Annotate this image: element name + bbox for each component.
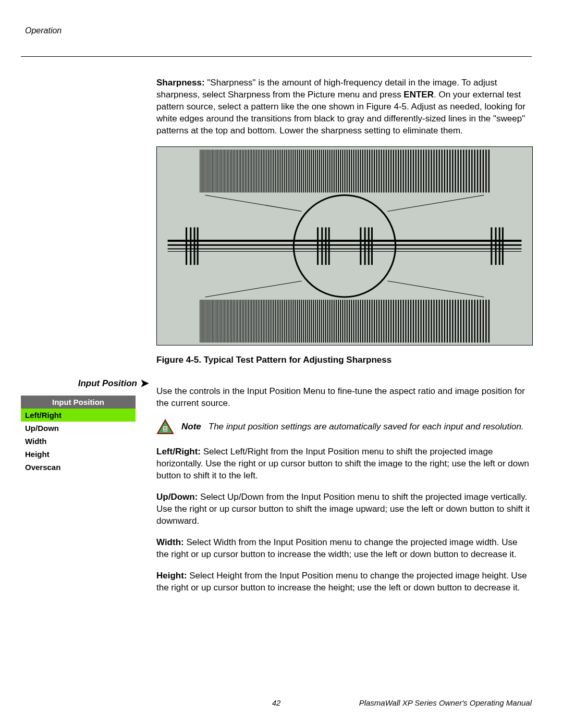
- svg-rect-57: [284, 150, 285, 192]
- svg-rect-172: [236, 300, 236, 342]
- svg-rect-1: [200, 150, 200, 192]
- svg-rect-268: [433, 300, 434, 342]
- svg-rect-246: [378, 300, 380, 342]
- svg-rect-92: [356, 150, 357, 192]
- svg-rect-202: [286, 300, 287, 342]
- input-position-intro: Use the controls in the Input Position M…: [156, 386, 532, 410]
- svg-rect-6: [206, 150, 206, 192]
- svg-rect-180: [248, 300, 249, 342]
- svg-rect-161: [220, 300, 221, 342]
- svg-rect-28: [236, 150, 236, 192]
- svg-rect-42: [258, 150, 259, 192]
- svg-rect-53: [277, 150, 278, 192]
- svg-rect-186: [258, 300, 259, 342]
- svg-rect-222: [325, 300, 326, 342]
- svg-rect-153: [210, 300, 210, 342]
- svg-rect-20: [224, 150, 225, 192]
- svg-rect-242: [369, 300, 370, 342]
- svg-rect-207: [295, 300, 296, 342]
- svg-rect-166: [227, 300, 228, 342]
- svg-rect-210: [301, 300, 302, 342]
- svg-rect-64: [297, 150, 298, 192]
- svg-rect-223: [327, 300, 328, 342]
- svg-rect-273: [447, 300, 448, 342]
- svg-rect-90: [351, 150, 352, 192]
- svg-rect-98: [369, 150, 370, 192]
- svg-rect-40: [254, 150, 255, 192]
- svg-rect-117: [415, 150, 417, 192]
- svg-rect-15: [217, 150, 218, 192]
- row-input-position: Input Position➤ Input Position Left/Righ…: [21, 377, 532, 603]
- svg-rect-215: [311, 300, 312, 342]
- svg-rect-235: [353, 300, 354, 342]
- svg-rect-142: [483, 150, 484, 192]
- svg-rect-89: [349, 150, 350, 192]
- svg-rect-101: [376, 150, 377, 192]
- svg-rect-84: [338, 150, 339, 192]
- svg-rect-86: [342, 150, 343, 192]
- svg-rect-218: [317, 300, 318, 342]
- menu-item-up-down[interactable]: Up/Down: [21, 422, 136, 435]
- svg-rect-33: [243, 150, 244, 192]
- svg-rect-233: [349, 300, 350, 342]
- svg-rect-271: [442, 300, 443, 342]
- manual-title: PlasmaWall XP Series Owner's Operating M…: [359, 698, 532, 707]
- svg-rect-124: [433, 150, 434, 192]
- svg-rect-264: [423, 300, 424, 342]
- svg-rect-133: [458, 150, 459, 192]
- svg-rect-147: [202, 300, 203, 342]
- svg-rect-138: [471, 150, 472, 192]
- svg-rect-237: [358, 300, 359, 342]
- svg-rect-141: [480, 150, 481, 192]
- svg-rect-249: [386, 300, 387, 342]
- header-rule: [21, 56, 532, 57]
- svg-rect-47: [266, 150, 267, 192]
- svg-rect-255: [400, 300, 401, 342]
- svg-rect-72: [313, 150, 314, 192]
- svg-rect-126: [439, 150, 440, 192]
- svg-rect-196: [275, 300, 276, 342]
- svg-rect-149: [204, 300, 205, 342]
- svg-rect-176: [242, 300, 242, 342]
- svg-rect-102: [378, 150, 380, 192]
- svg-rect-29: [237, 150, 238, 192]
- svg-rect-140: [477, 150, 478, 192]
- figure-sharpness-pattern: (function(){ function bars(gId, y, h, fl…: [156, 146, 533, 346]
- svg-rect-54: [278, 150, 279, 192]
- svg-rect-56: [282, 150, 283, 192]
- svg-rect-178: [245, 300, 246, 342]
- svg-rect-200: [282, 300, 283, 342]
- svg-rect-160: [219, 300, 219, 342]
- svg-rect-197: [277, 300, 278, 342]
- svg-rect-88: [347, 150, 348, 192]
- svg-rect-4: [203, 150, 204, 192]
- menu-item-overscan[interactable]: Overscan: [21, 461, 136, 474]
- figure-caption: Figure 4-5. Typical Test Pattern for Adj…: [156, 355, 532, 365]
- svg-rect-2: [201, 150, 202, 192]
- svg-rect-195: [273, 300, 274, 342]
- menu-item-height[interactable]: Height: [21, 448, 136, 461]
- svg-rect-95: [362, 150, 363, 192]
- svg-rect-19: [223, 150, 223, 192]
- svg-rect-46: [265, 150, 265, 192]
- svg-rect-284: [477, 300, 478, 342]
- svg-rect-24: [230, 150, 230, 192]
- svg-rect-9: [210, 150, 210, 192]
- svg-rect-185: [256, 300, 256, 342]
- svg-rect-217: [315, 300, 316, 342]
- svg-rect-128: [444, 150, 445, 192]
- svg-rect-38: [251, 150, 252, 192]
- svg-rect-253: [395, 300, 396, 342]
- svg-rect-118: [418, 150, 419, 192]
- svg-rect-14: [216, 150, 216, 192]
- svg-rect-50: [272, 150, 273, 192]
- svg-rect-248: [383, 300, 384, 342]
- menu-item-width[interactable]: Width: [21, 435, 136, 448]
- svg-rect-270: [439, 300, 440, 342]
- svg-rect-104: [383, 150, 384, 192]
- svg-rect-99: [372, 150, 373, 192]
- svg-rect-48: [268, 150, 269, 192]
- menu-item-left-right[interactable]: Left/Right: [21, 409, 136, 422]
- svg-rect-8: [209, 150, 209, 192]
- svg-rect-181: [250, 300, 250, 342]
